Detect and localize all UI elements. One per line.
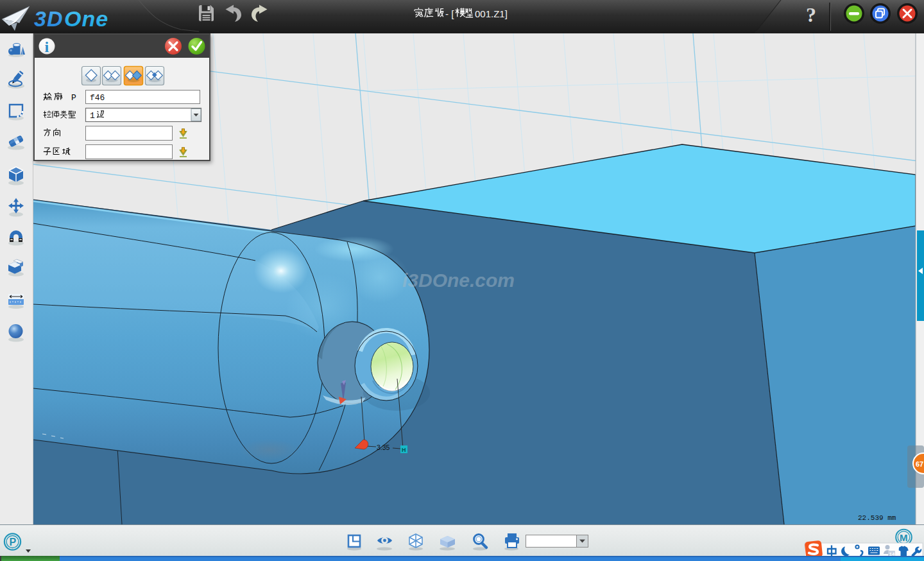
svg-text:One: One — [64, 6, 108, 31]
svg-text:i: i — [45, 39, 49, 55]
svg-text:3.35: 3.35 — [377, 444, 390, 451]
svg-text:22.539 mm: 22.539 mm — [858, 514, 896, 522]
svg-text:001.Z1]: 001.Z1] — [475, 8, 508, 19]
svg-text:P: P — [10, 537, 17, 548]
svg-text:1: 1 — [90, 111, 95, 121]
svg-text:3D: 3D — [34, 6, 63, 31]
svg-text:f46: f46 — [90, 93, 105, 103]
svg-text:i3DOne.com: i3DOne.com — [402, 270, 515, 291]
svg-text:14: 14 — [889, 551, 895, 557]
svg-text:P: P — [71, 93, 76, 103]
svg-text:M: M — [900, 532, 908, 543]
svg-text:- [: - [ — [445, 8, 454, 19]
svg-text:67: 67 — [916, 460, 923, 468]
svg-text:?: ? — [806, 3, 816, 26]
svg-text:H: H — [402, 447, 406, 453]
